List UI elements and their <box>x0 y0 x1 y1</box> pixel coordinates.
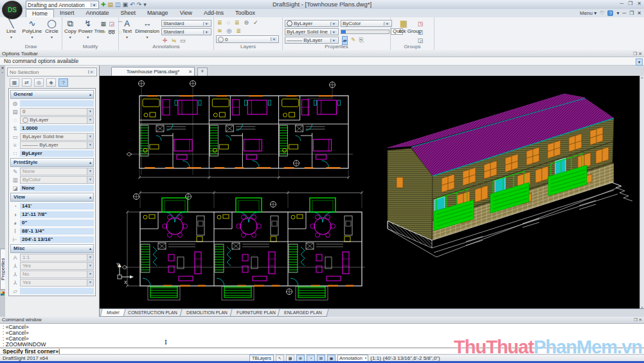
vertical-scrollbar[interactable]: ▲▼ <box>640 76 644 309</box>
linestyle-combo[interactable]: ByLayer Solid line▾ <box>285 28 339 35</box>
prop-row[interactable]: ▭ByLayer Solid line <box>10 132 94 141</box>
doc-minimize-button[interactable]: ─ <box>622 10 626 16</box>
tab-sheet[interactable]: Sheet <box>115 9 142 17</box>
tab-close-icon[interactable]: ✕ <box>188 67 192 76</box>
close-button[interactable]: ✕ <box>637 1 641 6</box>
lineweight-combo[interactable]: ——— ByLayer▾ <box>285 37 339 44</box>
prop-row[interactable]: ▥ByColor <box>10 175 94 184</box>
material-icon: ◍ <box>10 100 20 107</box>
prop-row[interactable]: ◑12'-11 7/8" <box>10 210 94 218</box>
power-trim-button[interactable]: ↯Power Trim▾ <box>78 19 98 44</box>
sheet-tab-demolition[interactable]: DEMOLITION PLAN <box>179 309 234 317</box>
favorites-icon[interactable]: ♡ <box>600 10 604 16</box>
selection-combo[interactable]: No Selection▾ <box>7 67 97 76</box>
help-icon[interactable]: ? <box>607 10 613 16</box>
pattern-icon[interactable]: ▦ <box>100 20 107 28</box>
layer-prev-icon[interactable]: ≊ <box>217 27 222 35</box>
layer-tools-icon[interactable]: ≣ <box>235 19 240 26</box>
explode-icon[interactable]: ➿ <box>108 28 116 36</box>
section-view[interactable]: View▴ <box>10 193 94 202</box>
printcolor-icon: ▥ <box>10 177 20 183</box>
pick-tool-icon[interactable]: ◎ <box>34 78 44 87</box>
dim-style-combo[interactable]: Standard▾ <box>161 28 211 35</box>
options-toolbar-controls[interactable]: ❐ ✕ <box>633 50 642 57</box>
quick-group-button[interactable]: ▦Quick Group <box>393 19 415 44</box>
command-window-controls[interactable]: ❐ ✕ <box>634 317 642 323</box>
prop-row[interactable]: ⅄Yes <box>10 278 94 287</box>
sheet-tab-enlarged[interactable]: ENLARGED PLAN <box>278 309 329 317</box>
prop-row[interactable]: ⇅1.0000 <box>10 124 94 132</box>
circle-button[interactable]: ◯Circle▾ <box>44 19 60 44</box>
help-chevron-icon[interactable]: ▾ <box>616 10 619 16</box>
group-edit-icon[interactable]: ◳ <box>416 20 424 28</box>
filter-tool-icon[interactable]: ◈ <box>46 78 56 87</box>
prop-row[interactable]: ✎None <box>10 167 94 175</box>
model-canvas[interactable]: Y X <box>100 76 640 309</box>
tab-insert[interactable]: Insert <box>54 9 80 17</box>
prop-row[interactable]: A1:1 <box>10 253 94 261</box>
prop-row[interactable]: ◍ <box>10 99 94 107</box>
polyline-button[interactable]: ∿PolyLine▾ <box>22 19 42 44</box>
section-general[interactable]: General▴ <box>10 90 94 99</box>
layer-isolate-icon[interactable]: ⊜ <box>244 19 249 26</box>
cad-drawing: Y X <box>100 76 640 309</box>
sheet-tab-model[interactable]: Model <box>100 309 126 317</box>
layer-state-icon[interactable]: ◌ <box>227 19 230 26</box>
layers-manager-icon[interactable]: ≣ <box>217 19 222 26</box>
prop-row[interactable]: ▤0 <box>10 107 94 116</box>
swap-tool-icon[interactable]: ⇄ <box>22 78 31 87</box>
new-tab-button[interactable]: + <box>197 67 208 76</box>
tab-view[interactable]: View <box>174 9 198 17</box>
prop-row[interactable]: ∷ByLayer <box>10 149 94 157</box>
erase-icon[interactable]: ◲ <box>108 20 116 28</box>
layer-check-icon[interactable]: ✓ <box>253 19 258 26</box>
restore-button[interactable]: ❐ <box>628 1 632 6</box>
copy-button[interactable]: ⧉Copy▾ <box>64 19 76 44</box>
section-printstyle[interactable]: PrintStyle▴ <box>10 158 94 167</box>
tab-addins[interactable]: Add-Ins <box>198 9 229 17</box>
slider-track[interactable] <box>341 30 389 34</box>
prop-row[interactable]: ⊢204'-1 13/16" <box>10 235 94 243</box>
prop-row[interactable]: ⅄No <box>10 270 94 278</box>
layer-walk-icon[interactable]: ◎ <box>227 27 232 35</box>
prop-row[interactable]: ◌◯ ByLayer <box>10 116 94 124</box>
sheet-tab-furniture[interactable]: FURNITURE PLAN <box>229 309 282 317</box>
linecolor-combo[interactable]: ByLayer▾ <box>285 20 339 27</box>
help-tool-icon[interactable]: ? <box>58 78 68 87</box>
palette-close-icon[interactable]: ✕ <box>0 66 5 70</box>
prop-row[interactable]: ≡——— ByLayer <box>10 141 94 149</box>
palette-pin-icon[interactable]: ◦ <box>0 70 5 75</box>
line-button[interactable]: ╲Line▾ <box>2 19 21 44</box>
palette-sections: General▴ ◍ ▤0 ◌◯ ByLayer ⇅1.0000 ▭ByLaye… <box>8 88 96 296</box>
text-button[interactable]: AText▾ <box>121 19 133 44</box>
document-tab[interactable]: Townhouse Plans.dwg*✕ <box>111 67 195 76</box>
sheet-tab-construction[interactable]: CONSTRUCTION PLAN <box>121 309 184 317</box>
select-tool-icon[interactable]: ▦ <box>10 78 19 87</box>
layer-merge-icon[interactable]: ≣ <box>236 27 241 35</box>
menu-button[interactable]: Menu ▾ <box>580 10 596 16</box>
prop-row[interactable]: ◕0" <box>10 218 94 227</box>
dimension-button[interactable]: ↔Dimension▾ <box>135 19 159 44</box>
tab-toolbox[interactable]: Toolbox <box>229 9 261 17</box>
doc-close-button[interactable]: ✕ <box>637 10 641 16</box>
draftsight-window: DS Drafting and Annotation▾ ✚ ▤ ◫ ▣ ↶ ↷ … <box>0 0 644 363</box>
section-misc[interactable]: Misc▴ <box>10 244 94 253</box>
options-expand-icon[interactable]: ▾ <box>636 58 643 66</box>
prop-row[interactable]: ◪None <box>10 184 94 192</box>
prop-row[interactable]: ▱ <box>10 287 94 295</box>
tab-home[interactable]: Home <box>26 9 54 17</box>
minimize-button[interactable]: ─ <box>620 1 623 6</box>
layer-combo[interactable]: 0▾ <box>216 35 279 43</box>
prop-row[interactable]: ⅄Yes <box>10 261 94 270</box>
tab-annotate[interactable]: Annotate <box>80 9 115 17</box>
bycolor-combo[interactable]: ByColor▾ <box>341 20 392 27</box>
doc-restore-button[interactable]: ❐ <box>629 10 634 16</box>
edit-icon[interactable]: ✏ <box>100 28 107 36</box>
prop-row[interactable]: Ⅰ88'-1 1/4" <box>10 227 94 235</box>
ungroup-icon[interactable]: ◱ <box>416 28 424 36</box>
app-logo-icon[interactable]: DS <box>2 1 22 19</box>
scroll-up-icon[interactable]: ▲ <box>640 76 644 79</box>
prop-row[interactable]: ◔141' <box>10 202 94 210</box>
text-style-combo[interactable]: Standard▾ <box>161 20 211 27</box>
tab-manage[interactable]: Manage <box>141 9 174 17</box>
